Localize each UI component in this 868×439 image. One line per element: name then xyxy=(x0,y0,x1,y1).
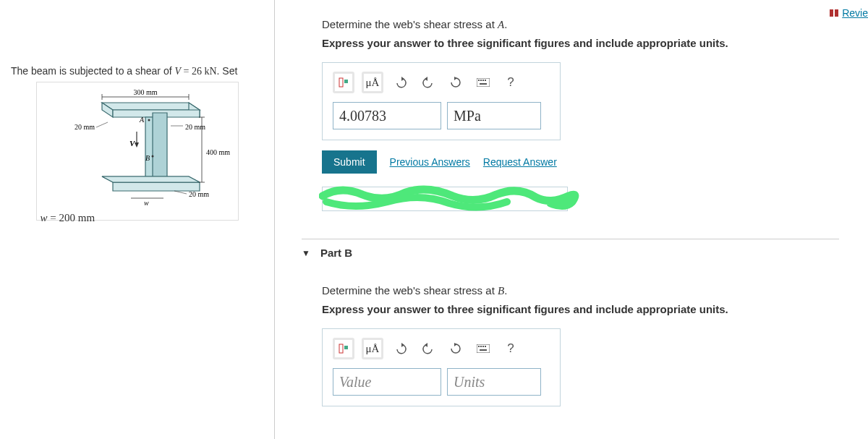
partA-input-row xyxy=(333,102,550,129)
svg-rect-40 xyxy=(480,80,482,81)
svg-rect-43 xyxy=(480,83,487,85)
svg-marker-46 xyxy=(401,343,404,347)
svg-point-15 xyxy=(148,119,150,122)
svg-marker-35 xyxy=(401,77,404,81)
svg-text:20 mm: 20 mm xyxy=(185,123,205,131)
partB-instruction: Express your answer to three significant… xyxy=(322,303,839,315)
help-icon[interactable]: ? xyxy=(501,72,521,93)
review-link[interactable]: Revie xyxy=(830,7,868,20)
partA-instruction: Express your answer to three significant… xyxy=(322,37,839,49)
intro-prefix: The beam is subjected to a shear of xyxy=(11,65,174,77)
svg-marker-47 xyxy=(425,343,427,347)
svg-rect-38 xyxy=(477,78,490,87)
svg-rect-42 xyxy=(485,80,486,81)
partA-toolbar: μÅ ? xyxy=(333,72,550,93)
redo-icon-b[interactable] xyxy=(418,338,438,359)
partB-units-input[interactable] xyxy=(447,368,541,396)
submit-button[interactable]: Submit xyxy=(322,150,377,174)
keyboard-icon[interactable] xyxy=(473,72,493,93)
qA-prefix: Determine the web's shear stress at xyxy=(322,18,498,30)
special-chars-button[interactable]: μÅ xyxy=(362,72,383,93)
partB-answer-box: μÅ ? xyxy=(322,328,561,406)
qB-suffix: . xyxy=(504,284,507,297)
reset-icon[interactable] xyxy=(446,72,466,93)
svg-rect-49 xyxy=(477,344,490,353)
partA-units-input[interactable] xyxy=(447,102,541,129)
svg-marker-36 xyxy=(425,77,427,81)
caret-down-icon[interactable]: ▼ xyxy=(302,248,310,258)
mu-a-label-b: μÅ xyxy=(366,343,380,355)
partA-value-input[interactable] xyxy=(333,102,441,129)
help-icon-b[interactable]: ? xyxy=(501,338,521,359)
svg-rect-45 xyxy=(344,346,348,349)
partB-title: Part B xyxy=(320,247,352,259)
redo-icon[interactable] xyxy=(418,72,438,93)
review-text: Revie xyxy=(842,7,868,19)
templates-button[interactable] xyxy=(333,72,354,93)
qA-suffix: . xyxy=(504,18,507,30)
svg-rect-52 xyxy=(482,346,484,347)
svg-marker-8 xyxy=(153,113,167,178)
svg-text:A: A xyxy=(139,116,145,124)
undo-icon-b[interactable] xyxy=(391,338,411,359)
svg-rect-50 xyxy=(478,346,480,347)
v-value: 26 kN xyxy=(192,66,217,77)
svg-rect-54 xyxy=(480,349,487,351)
var-v: V xyxy=(174,66,181,77)
figure: 300 mm xyxy=(44,90,232,213)
partA-answer-box: μÅ ? xyxy=(322,62,561,140)
svg-marker-11 xyxy=(102,176,200,182)
keyboard-icon-b[interactable] xyxy=(473,338,493,359)
partB-input-row xyxy=(333,368,550,396)
request-answer-link[interactable]: Request Answer xyxy=(483,156,557,168)
svg-rect-39 xyxy=(478,80,480,81)
svg-text:20 mm: 20 mm xyxy=(74,123,94,131)
svg-marker-9 xyxy=(113,182,200,191)
partA-question: Determine the web's shear stress at A. xyxy=(322,18,839,31)
svg-text:20 mm: 20 mm xyxy=(189,190,209,198)
problem-intro: The beam is subjected to a shear of V = … xyxy=(11,65,263,77)
figure-box: 300 mm xyxy=(36,82,239,221)
svg-rect-33 xyxy=(339,78,343,87)
mu-a-label: μÅ xyxy=(366,77,380,89)
svg-rect-44 xyxy=(339,344,343,353)
intro-suffix: . Set xyxy=(217,65,238,77)
svg-rect-51 xyxy=(480,346,482,347)
svg-point-22 xyxy=(151,155,153,158)
eq: = xyxy=(181,66,192,77)
qB-var: B xyxy=(498,285,504,297)
partB-toolbar: μÅ ? xyxy=(333,338,550,359)
svg-text:B: B xyxy=(145,154,150,162)
w-var: w xyxy=(41,212,48,223)
partA-feedback xyxy=(322,187,568,211)
svg-line-13 xyxy=(96,122,108,127)
qA-var: A xyxy=(498,19,504,30)
w-label: w = 200 mm xyxy=(41,212,95,224)
svg-marker-3 xyxy=(102,103,200,110)
reset-icon-b[interactable] xyxy=(446,338,466,359)
templates-button-b[interactable] xyxy=(333,338,354,359)
svg-rect-32 xyxy=(835,9,838,17)
previous-answers-link[interactable]: Previous Answers xyxy=(390,156,470,168)
undo-icon[interactable] xyxy=(391,72,411,93)
svg-marker-19 xyxy=(135,142,139,148)
qB-prefix: Determine the web's shear stress at xyxy=(322,284,498,297)
svg-rect-31 xyxy=(830,9,833,17)
special-chars-button-b[interactable]: μÅ xyxy=(362,338,383,359)
scribble-overlay xyxy=(319,182,587,218)
partB-question: Determine the web's shear stress at B. xyxy=(322,284,839,297)
svg-rect-34 xyxy=(344,80,348,83)
partB-header[interactable]: ▼ Part B xyxy=(302,239,839,259)
partB-section: Determine the web's shear stress at B. E… xyxy=(322,284,839,406)
svg-rect-53 xyxy=(485,346,486,347)
partB-value-input[interactable] xyxy=(333,368,441,396)
partA-submit-row: Submit Previous Answers Request Answer xyxy=(322,150,839,174)
answer-pane: Revie Determine the web's shear stress a… xyxy=(275,0,868,439)
svg-rect-41 xyxy=(482,80,484,81)
page-container: The beam is subjected to a shear of V = … xyxy=(0,0,868,439)
svg-text:400 mm: 400 mm xyxy=(206,148,230,156)
dim-300: 300 mm xyxy=(133,90,157,96)
problem-pane: The beam is subjected to a shear of V = … xyxy=(0,0,275,439)
w-eq: = xyxy=(48,212,59,223)
svg-text:w: w xyxy=(144,199,149,207)
